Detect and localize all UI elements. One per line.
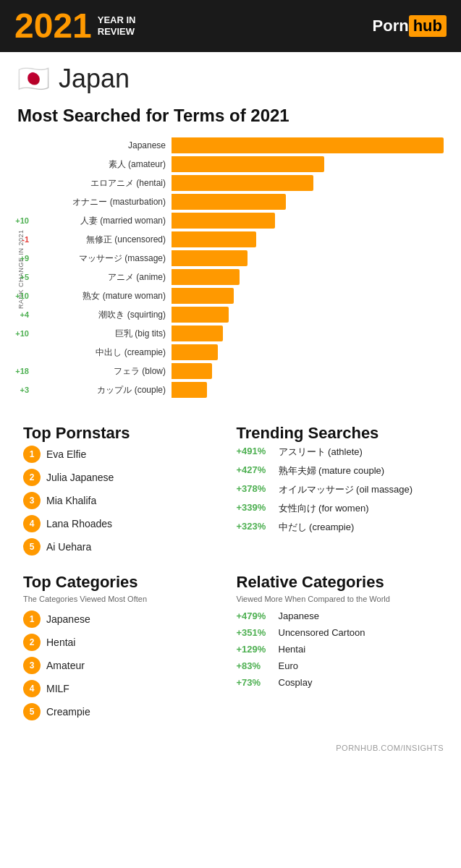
list-item: +427%熟年夫婦 (mature couple) bbox=[237, 464, 439, 477]
bar-track bbox=[172, 213, 444, 229]
bar-fill bbox=[172, 363, 212, 379]
bar-track bbox=[172, 194, 444, 210]
trending-searches-section: Trending Searches +491%アスリート (athlete)+4… bbox=[231, 418, 444, 567]
chart-y-axis-label: RANK CHANGE IN 2021 bbox=[17, 137, 28, 401]
bar-row: +10人妻 (married woman) bbox=[30, 213, 444, 229]
trending-list: +491%アスリート (athlete)+427%熟年夫婦 (mature co… bbox=[237, 446, 439, 534]
rank-change: +10 bbox=[4, 329, 29, 338]
top-categories-list: 1Japanese2Hentai3Amateur4MILF5Creampie bbox=[23, 610, 225, 720]
list-item: +323%中だし (creampie) bbox=[237, 521, 439, 534]
rank-badge: 3 bbox=[23, 657, 41, 674]
bar-label: 無修正 (uncensored) bbox=[30, 234, 172, 246]
bar-fill bbox=[172, 156, 324, 172]
list-item: +339%女性向け (for women) bbox=[237, 502, 439, 515]
bar-label: Japanese bbox=[30, 140, 172, 150]
rank-change: +4 bbox=[4, 310, 29, 319]
chart-container: RANK CHANGE IN 2021 Japanese素人 (amateur)… bbox=[17, 137, 444, 401]
top-categories-title: Top Categories bbox=[23, 573, 225, 592]
rank-change: +5 bbox=[4, 273, 29, 281]
trend-label: アスリート (athlete) bbox=[279, 446, 363, 459]
bar-row: +10巨乳 (big tits) bbox=[30, 326, 444, 341]
list-item: +378%オイルマッサージ (oil massage) bbox=[237, 483, 439, 496]
bar-label: 巨乳 (big tits) bbox=[30, 328, 172, 340]
rank-change: +9 bbox=[4, 254, 29, 263]
rel-label: Uncensored Cartoon bbox=[279, 627, 365, 638]
bar-row: +18フェラ (blow) bbox=[30, 363, 444, 379]
ranked-item-label: Creampie bbox=[46, 706, 90, 718]
bottom-grid: Top Pornstars 1Eva Elfie2Julia Japanese3… bbox=[0, 412, 461, 738]
list-item: +129%Hentai bbox=[237, 644, 439, 655]
trend-label: 熟年夫婦 (mature couple) bbox=[279, 464, 385, 477]
rel-label: Euro bbox=[279, 660, 298, 671]
list-item: +479%Japanese bbox=[237, 610, 439, 621]
list-item: 1Japanese bbox=[23, 610, 225, 628]
trend-pct: +378% bbox=[237, 483, 274, 494]
chart-title: Most Searched for Terms of 2021 bbox=[17, 106, 444, 126]
ranked-item-label: Julia Japanese bbox=[46, 472, 114, 483]
bar-fill bbox=[172, 250, 248, 266]
ranked-item-label: Hentai bbox=[46, 637, 75, 648]
year-in-review-line2: REVIEW bbox=[98, 26, 136, 38]
list-item: 1Eva Elfie bbox=[23, 446, 225, 463]
rank-badge: 4 bbox=[23, 515, 41, 532]
bar-row: エロアニメ (hentai) bbox=[30, 175, 444, 191]
rank-badge: 5 bbox=[23, 538, 41, 556]
bar-track bbox=[172, 326, 444, 341]
rel-label: Cosplay bbox=[279, 677, 313, 688]
chart-body: Japanese素人 (amateur)エロアニメ (hentai)オナニー (… bbox=[30, 137, 444, 401]
bar-fill bbox=[172, 307, 229, 323]
pornhub-logo: Porn hub bbox=[373, 15, 447, 37]
rank-badge: 1 bbox=[23, 446, 41, 463]
ranked-item-label: MILF bbox=[46, 683, 69, 694]
rank-change: +18 bbox=[4, 367, 29, 375]
rank-badge: 2 bbox=[23, 634, 41, 651]
bar-track bbox=[172, 288, 444, 304]
trend-pct: +427% bbox=[237, 464, 274, 475]
bar-label: エロアニメ (hentai) bbox=[30, 177, 172, 190]
rel-label: Hentai bbox=[279, 644, 306, 655]
year-in-review-line1: YEAR IN bbox=[98, 14, 136, 26]
relative-categories-title: Relative Categories bbox=[237, 573, 439, 592]
bar-row: +3カップル (couple) bbox=[30, 382, 444, 398]
ranked-item-label: Japanese bbox=[46, 613, 90, 625]
ranked-item-label: Lana Rhoades bbox=[46, 518, 112, 529]
rel-pct: +479% bbox=[237, 610, 274, 621]
bar-track bbox=[172, 363, 444, 379]
rank-change: +3 bbox=[4, 386, 29, 394]
ranked-item-label: Mia Khalifa bbox=[46, 495, 96, 506]
bar-track bbox=[172, 250, 444, 266]
bar-row: +10熟女 (mature woman) bbox=[30, 288, 444, 304]
country-section: 🇯🇵 Japan bbox=[0, 52, 461, 100]
ranked-item-label: Amateur bbox=[46, 660, 85, 671]
ranked-item-label: Eva Elfie bbox=[46, 448, 86, 460]
year-review-logo: 2021 YEAR IN REVIEW bbox=[14, 9, 136, 43]
rank-badge: 2 bbox=[23, 469, 41, 486]
bar-track bbox=[172, 344, 444, 360]
bar-row: +4潮吹き (squirting) bbox=[30, 307, 444, 323]
bar-fill bbox=[172, 194, 286, 210]
list-item: +351%Uncensored Cartoon bbox=[237, 627, 439, 638]
relative-categories-subtitle: Viewed More When Compared to the World bbox=[237, 595, 439, 603]
bar-fill bbox=[172, 344, 218, 360]
list-item: 3Amateur bbox=[23, 657, 225, 674]
chart-section: Most Searched for Terms of 2021 RANK CHA… bbox=[0, 100, 461, 412]
ranked-item-label: Ai Uehara bbox=[46, 541, 91, 553]
rank-badge: 5 bbox=[23, 703, 41, 720]
bar-row: +5アニメ (anime) bbox=[30, 269, 444, 285]
bar-label: 人妻 (married woman) bbox=[30, 215, 172, 227]
list-item: 5Creampie bbox=[23, 703, 225, 720]
trend-label: 中だし (creampie) bbox=[279, 521, 355, 534]
rel-pct: +351% bbox=[237, 627, 274, 638]
rank-change: -1 bbox=[4, 235, 29, 244]
rel-label: Japanese bbox=[279, 610, 319, 621]
top-categories-subtitle: The Categories Viewed Most Often bbox=[23, 595, 225, 603]
bar-fill bbox=[172, 382, 207, 398]
trend-pct: +491% bbox=[237, 446, 274, 456]
bar-fill bbox=[172, 175, 313, 191]
top-pornstars-section: Top Pornstars 1Eva Elfie2Julia Japanese3… bbox=[17, 418, 231, 567]
trend-label: オイルマッサージ (oil massage) bbox=[279, 483, 413, 496]
bar-row: Japanese bbox=[30, 137, 444, 153]
trend-pct: +323% bbox=[237, 521, 274, 532]
bar-track bbox=[172, 156, 444, 172]
rel-pct: +73% bbox=[237, 677, 274, 688]
